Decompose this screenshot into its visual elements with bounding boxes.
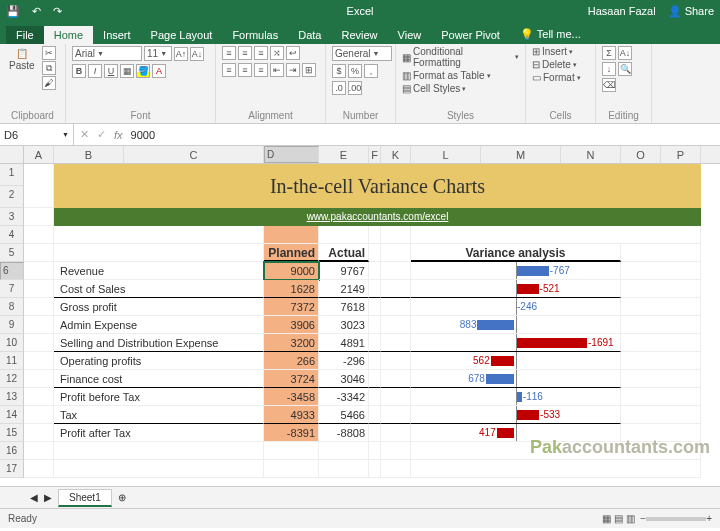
row-header-12[interactable]: 12 <box>0 370 24 388</box>
link-cell[interactable]: www.pakaccountants.com/excel <box>54 208 701 226</box>
align-top-icon[interactable]: ≡ <box>222 46 236 60</box>
formula-bar[interactable]: 9000 <box>131 129 155 141</box>
row-header-15[interactable]: 15 <box>0 424 24 442</box>
tell-me[interactable]: 💡 Tell me... <box>510 25 591 44</box>
fx-icon[interactable]: fx <box>114 129 123 141</box>
cell[interactable] <box>381 406 411 424</box>
tab-home[interactable]: Home <box>44 26 93 44</box>
increase-font-icon[interactable]: A↑ <box>174 47 188 61</box>
col-header-B[interactable]: B <box>54 146 124 163</box>
cell[interactable] <box>369 298 381 316</box>
cell-styles-button[interactable]: ▤ Cell Styles ▾ <box>402 83 466 94</box>
cell[interactable] <box>381 442 411 460</box>
fill-color-icon[interactable]: 🪣 <box>136 64 150 78</box>
cell[interactable] <box>319 460 369 478</box>
cell[interactable] <box>381 460 411 478</box>
row-label[interactable]: Finance cost <box>54 370 264 388</box>
decrease-indent-icon[interactable]: ⇤ <box>270 63 284 77</box>
tab-formulas[interactable]: Formulas <box>222 26 288 44</box>
cell[interactable] <box>369 244 381 262</box>
undo-icon[interactable]: ↶ <box>26 5 47 18</box>
cell[interactable] <box>24 316 54 334</box>
format-table-button[interactable]: ▥ Format as Table ▾ <box>402 70 491 81</box>
cell[interactable] <box>411 226 701 244</box>
row-header-3[interactable]: 3 <box>0 208 24 226</box>
cell[interactable] <box>319 226 369 244</box>
view-page-icon[interactable]: ▤ <box>614 513 623 524</box>
percent-icon[interactable]: % <box>348 64 362 78</box>
cell-actual[interactable]: -3342 <box>319 388 369 406</box>
col-header-K[interactable]: K <box>381 146 411 163</box>
cell[interactable] <box>24 280 54 298</box>
cell[interactable] <box>381 352 411 370</box>
cell[interactable] <box>264 226 319 244</box>
header-planned[interactable]: Planned <box>264 244 319 262</box>
cell[interactable] <box>381 316 411 334</box>
tab-data[interactable]: Data <box>288 26 331 44</box>
orientation-icon[interactable]: ⤭ <box>270 46 284 60</box>
row-label[interactable]: Admin Expense <box>54 316 264 334</box>
name-box[interactable]: D6 ▼ <box>0 124 74 145</box>
cell[interactable] <box>621 388 701 406</box>
tab-review[interactable]: Review <box>331 26 387 44</box>
cell[interactable] <box>369 280 381 298</box>
tab-file[interactable]: File <box>6 26 44 44</box>
col-header-D[interactable]: D <box>264 146 319 163</box>
variance-cell[interactable]: -246 <box>411 298 621 316</box>
row-header-14[interactable]: 14 <box>0 406 24 424</box>
cell-actual[interactable]: 5466 <box>319 406 369 424</box>
cell[interactable] <box>54 226 264 244</box>
variance-cell[interactable]: -1691 <box>411 334 621 352</box>
row-label[interactable]: Revenue <box>54 262 264 280</box>
cell[interactable] <box>621 298 701 316</box>
cell-planned[interactable]: -8391 <box>264 424 319 442</box>
tab-power-pivot[interactable]: Power Pivot <box>431 26 510 44</box>
cell[interactable] <box>369 352 381 370</box>
cell[interactable] <box>621 262 701 280</box>
next-sheet-icon[interactable]: ▶ <box>44 492 52 503</box>
cell[interactable] <box>381 388 411 406</box>
row-label[interactable]: Selling and Distribution Expense <box>54 334 264 352</box>
prev-sheet-icon[interactable]: ◀ <box>30 492 38 503</box>
row-label[interactable]: Profit before Tax <box>54 388 264 406</box>
col-header-M[interactable]: M <box>481 146 561 163</box>
wrap-text-icon[interactable]: ↩ <box>286 46 300 60</box>
row-header-7[interactable]: 7 <box>0 280 24 298</box>
cell[interactable] <box>54 244 264 262</box>
variance-cell[interactable]: 678 <box>411 370 621 388</box>
font-size-select[interactable]: 11▼ <box>144 46 172 61</box>
cell[interactable] <box>369 424 381 442</box>
row-label[interactable]: Profit after Tax <box>54 424 264 442</box>
merge-icon[interactable]: ⊞ <box>302 63 316 77</box>
variance-cell[interactable]: -521 <box>411 280 621 298</box>
variance-cell[interactable]: 562 <box>411 352 621 370</box>
cell[interactable] <box>24 388 54 406</box>
cell[interactable] <box>24 334 54 352</box>
cell[interactable] <box>621 244 701 262</box>
cell[interactable] <box>369 388 381 406</box>
cell-planned[interactable]: 7372 <box>264 298 319 316</box>
row-header-17[interactable]: 17 <box>0 460 24 478</box>
cell[interactable] <box>621 370 701 388</box>
variance-cell[interactable]: 883 <box>411 316 621 334</box>
cell[interactable] <box>369 460 381 478</box>
cell-actual[interactable]: 4891 <box>319 334 369 352</box>
cell-actual[interactable]: 9767 <box>319 262 369 280</box>
view-break-icon[interactable]: ▥ <box>626 513 635 524</box>
variance-cell[interactable]: -116 <box>411 388 621 406</box>
row-header-9[interactable]: 9 <box>0 316 24 334</box>
select-all-corner[interactable] <box>0 146 24 163</box>
row-label[interactable]: Operating profits <box>54 352 264 370</box>
cell[interactable] <box>381 226 411 244</box>
title-cell[interactable]: In-the-cell Variance Charts <box>54 164 701 208</box>
align-bottom-icon[interactable]: ≡ <box>254 46 268 60</box>
tab-insert[interactable]: Insert <box>93 26 141 44</box>
cell-planned[interactable]: 3906 <box>264 316 319 334</box>
row-label[interactable]: Cost of Sales <box>54 280 264 298</box>
col-header-O[interactable]: O <box>621 146 661 163</box>
cell[interactable] <box>54 442 264 460</box>
variance-cell[interactable]: -533 <box>411 406 621 424</box>
row-header-13[interactable]: 13 <box>0 388 24 406</box>
cell[interactable] <box>621 316 701 334</box>
find-icon[interactable]: 🔍 <box>618 62 632 76</box>
